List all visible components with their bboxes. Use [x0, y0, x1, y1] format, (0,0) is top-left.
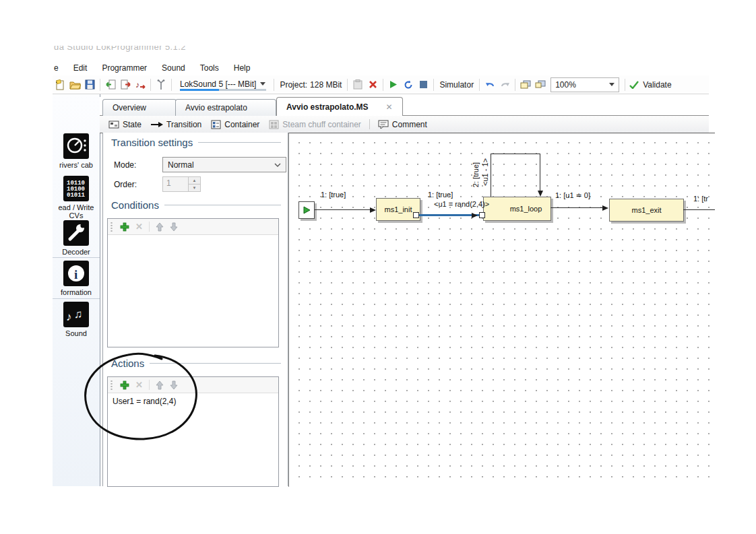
arrowhead [370, 207, 376, 213]
sidebar-label-line2: CVs [53, 211, 100, 220]
transition-init-loop-selected[interactable] [417, 214, 480, 216]
zoom-level-value: 100% [555, 80, 576, 90]
add-icon[interactable] [120, 380, 129, 390]
actions-list[interactable]: ✕ User1 = rand(2,4) [107, 376, 279, 487]
navigation-sidebar: rivers' cab 10110 10100 01011 ead / Writ… [53, 94, 100, 486]
start-node[interactable] [298, 201, 315, 219]
remove-icon[interactable]: ✕ [135, 222, 143, 231]
tab-avvio-estrapolato[interactable]: Avvio estrapolato [175, 99, 276, 116]
remove-icon[interactable]: ✕ [135, 380, 143, 389]
menu-help[interactable]: Help [226, 61, 258, 75]
chevron-down-icon [260, 82, 265, 86]
svg-text:01011: 01011 [67, 192, 86, 199]
tab-close-icon[interactable]: ✕ [386, 102, 393, 112]
action-item[interactable]: User1 = rand(2,4) [108, 393, 278, 409]
tab-overview[interactable]: Overview [102, 99, 177, 116]
mode-select[interactable]: Normal [162, 157, 286, 172]
sidebar-item-decoder[interactable]: Decoder [53, 220, 100, 256]
refresh-icon [404, 80, 413, 90]
project-label: Project: [277, 80, 310, 90]
menu-sound[interactable]: Sound [154, 61, 193, 75]
read-write-cvs-icon: 10110 10100 01011 [63, 175, 90, 202]
add-steam-chuff-container-button[interactable]: Steam chuff container [264, 120, 366, 129]
add-transition-button[interactable]: Transition [146, 120, 206, 129]
transition-arrow-icon [151, 121, 163, 128]
play-icon [389, 80, 398, 89]
simulator-button[interactable]: Simulator [437, 80, 476, 90]
transition-exit-out[interactable] [683, 209, 715, 210]
export-project-button[interactable] [118, 78, 133, 92]
undo-icon [485, 80, 495, 89]
svg-text:♪: ♪ [66, 310, 72, 323]
move-up-icon[interactable] [156, 222, 164, 232]
save-button[interactable] [82, 78, 97, 92]
order-stepper[interactable]: 1 ▲ ▼ [162, 176, 201, 192]
paste-button-disabled[interactable] [350, 78, 365, 92]
transition-endpoint-handle[interactable] [413, 212, 419, 218]
self-transition-segment[interactable] [540, 154, 540, 191]
open-file-button[interactable] [67, 78, 82, 92]
tab-avvio-estrapolato-ms[interactable]: Avvio estrapolato.MS ✕ [276, 97, 403, 116]
svg-text:♫: ♫ [74, 308, 83, 321]
stepper-down-button[interactable]: ▼ [189, 185, 200, 191]
state-machine-canvas[interactable]: 1: [true] ms1_init 1: [true] <u1 = rand(… [288, 133, 715, 487]
export-icon [120, 79, 131, 90]
programmer-connection-button[interactable] [154, 78, 168, 92]
add-comment-button[interactable]: Comment [373, 120, 432, 129]
move-down-icon[interactable] [170, 222, 178, 232]
validate-label[interactable]: Validate [640, 80, 674, 90]
self-transition-segment[interactable] [491, 154, 540, 154]
toolbar-grip [111, 380, 113, 390]
stepper-up-button[interactable]: ▲ [189, 177, 200, 185]
state-ms1-loop[interactable]: ms1_loop [483, 197, 551, 221]
zoom-out-button[interactable] [533, 78, 548, 92]
clipboard-icon [353, 79, 363, 90]
add-icon[interactable] [120, 222, 129, 232]
transition-loop-exit[interactable] [550, 207, 604, 208]
transition-start-init[interactable] [315, 209, 371, 210]
move-down-icon[interactable] [170, 380, 178, 390]
stop-button[interactable] [416, 78, 431, 92]
new-file-button[interactable] [53, 78, 67, 92]
self-transition-segment[interactable] [491, 154, 491, 197]
move-up-icon[interactable] [156, 380, 164, 390]
window-titlebar: da Studio LokProgrammer 5.1.2 [54, 46, 337, 55]
steam-chuff-container-icon [269, 120, 279, 129]
redo-button[interactable] [497, 78, 512, 92]
menu-tools[interactable]: Tools [193, 61, 226, 75]
comment-icon [378, 120, 389, 129]
menu-file[interactable]: e [53, 61, 66, 75]
run-button[interactable] [386, 78, 401, 92]
menu-bar: e Edit Programmer Sound Tools Help [53, 61, 709, 75]
transition-properties-panel: Transition settings Mode: Normal Order: … [102, 133, 288, 486]
restart-button[interactable] [401, 78, 416, 92]
zoom-in-button[interactable] [518, 78, 533, 92]
device-selector[interactable]: LokSound 5 [--- MBit] [176, 79, 270, 91]
cascade-windows-icon [520, 80, 531, 90]
state-ms1-exit[interactable]: ms1_exit [609, 199, 684, 222]
sidebar-item-drivers-cab[interactable]: rivers' cab [53, 133, 100, 169]
chevron-down-icon [274, 163, 281, 167]
add-container-button[interactable]: Container [206, 120, 264, 129]
transition-label: 1: [true] [428, 191, 453, 199]
undo-button[interactable] [482, 78, 497, 92]
sidebar-label: formation [53, 288, 100, 296]
svg-text:♪: ♪ [135, 80, 139, 90]
new-file-icon [55, 79, 65, 90]
sidebar-item-read-write-cvs[interactable]: 10110 10100 01011 ead / Write CVs [53, 175, 100, 220]
add-state-button[interactable]: State [104, 120, 146, 129]
menu-programmer[interactable]: Programmer [94, 61, 154, 75]
zoom-level-combo[interactable]: 100% [550, 77, 619, 92]
import-project-button[interactable] [103, 78, 118, 92]
menu-edit[interactable]: Edit [66, 61, 95, 75]
decoder-wrench-icon [63, 220, 90, 246]
export-sound-button[interactable]: ♪ [133, 78, 148, 92]
conditions-list[interactable]: ✕ [107, 218, 279, 347]
sidebar-item-sound[interactable]: ♪ ♫ Sound [53, 301, 100, 337]
check-icon [629, 81, 639, 89]
delete-button[interactable] [365, 78, 380, 92]
cascade-windows-small-icon [535, 80, 546, 90]
transition-endpoint-handle[interactable] [479, 212, 485, 218]
validate-button[interactable] [628, 78, 640, 92]
sidebar-item-information[interactable]: i formation [53, 260, 100, 296]
